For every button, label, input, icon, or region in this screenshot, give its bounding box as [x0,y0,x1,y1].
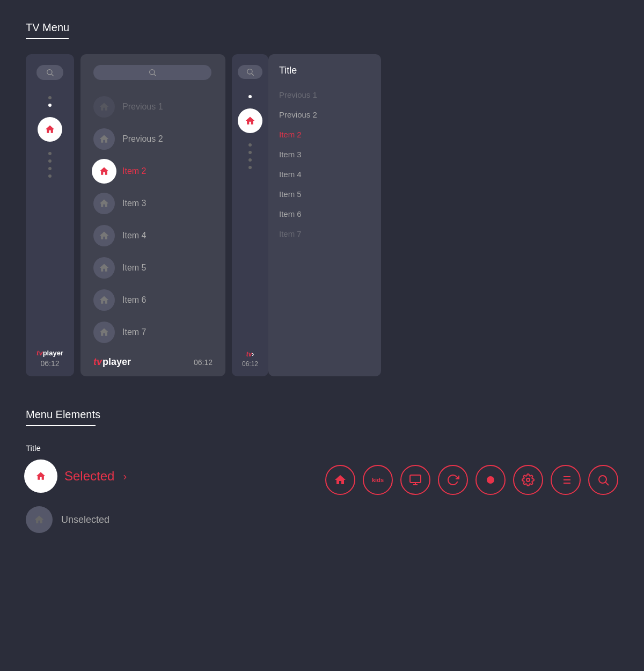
monitor-icon [409,473,422,486]
svg-line-3 [154,74,156,76]
home-icon-btn[interactable] [325,465,355,495]
panel1-dots-top [48,96,52,107]
item-icon [93,96,115,118]
dot [48,96,52,99]
panel3-search[interactable] [238,65,262,79]
home-icon [45,124,55,135]
panel1-selected-icon[interactable] [39,114,61,144]
item-icon [93,289,115,311]
panel2-prev1-label: Previous 1 [122,102,163,112]
selected-icon-circle [93,161,115,182]
unselected-item-row: Unselected [26,506,197,533]
panel2-footer: tvplayer 06:12 [80,356,225,368]
panel3-dots-bottom [248,143,252,169]
dot [248,166,252,169]
panel-1: tvplayer 06:12 [26,54,74,376]
home-icon [334,473,347,486]
record-icon-btn[interactable] [475,465,506,495]
panel2-item-6[interactable]: Item 6 [80,284,225,316]
kids-label: kids [372,477,384,483]
unselected-label: Unselected [61,514,109,526]
panel2-search[interactable] [93,65,211,80]
dot [248,151,252,154]
panel2-time: 06:12 [194,358,213,367]
panel3-dots-top [248,95,252,98]
search-icon [246,68,254,76]
panels-row: tvplayer 06:12 Previous 1 [26,54,618,376]
panel2-item-5[interactable]: Item 5 [80,252,225,284]
panel4-item-prev2[interactable]: Previous 2 [279,105,372,125]
home-icon [99,230,109,241]
panel2-item5-label: Item 5 [122,263,146,273]
panel2-item-prev2[interactable]: Previous 2 [80,123,225,155]
svg-point-0 [47,70,52,75]
svg-point-17 [599,476,606,483]
panel4-item-prev1[interactable]: Previous 1 [279,85,372,105]
panel1-dots-bottom [48,152,52,178]
list-icon-btn[interactable] [551,465,581,495]
panel2-item3-label: Item 3 [122,199,146,208]
selected-icon-circle [39,119,61,140]
panel4-item-7[interactable]: Item 7 [279,224,372,244]
home-icon [99,198,109,209]
panel2-item6-label: Item 6 [122,295,146,305]
panel2-prev2-label: Previous 2 [122,134,163,144]
panel4-item-3[interactable]: Item 3 [279,144,372,164]
panel3-selected-icon[interactable] [239,106,261,136]
panel2-item-7[interactable]: Item 7 [80,316,225,348]
dot-active [248,95,252,98]
home-icon [99,327,109,338]
search-icon [597,473,610,486]
panel3-icons [239,90,261,351]
item-icon [93,128,115,150]
home-icon [99,295,109,305]
panel1-search[interactable] [36,65,63,80]
tv-menu-title: TV Menu [26,21,618,34]
panel2-brand: tvplayer [93,356,131,368]
bottom-layout: Title Selected › Unselected [26,443,618,533]
chevron-right-icon: › [123,470,127,483]
item-icon [93,322,115,343]
panel4-item-2[interactable]: Item 2 [279,125,372,144]
dot [48,159,52,163]
panel2-item-4[interactable]: Item 4 [80,220,225,252]
tv-menu-underline [26,38,69,39]
dot [248,143,252,147]
panel2-item-prev1[interactable]: Previous 1 [80,91,225,123]
svg-rect-6 [410,475,421,483]
svg-point-9 [487,476,494,484]
record-icon [484,473,497,486]
settings-icon-btn[interactable] [513,465,543,495]
panel4-item-4[interactable]: Item 4 [279,164,372,184]
menu-elements-underline [26,425,96,426]
selected-item-icon[interactable] [26,461,56,491]
panel2-item7-label: Item 7 [122,327,146,337]
menu-elements-section: Menu Elements Title Selected › [0,398,644,555]
refresh-icon-btn[interactable] [438,465,468,495]
refresh-icon [447,473,459,486]
svg-line-5 [252,74,254,76]
panel2-item-2[interactable]: Item 2 [80,155,225,187]
selected-label: Selected [64,469,114,484]
panel4-item-6[interactable]: Item 6 [279,204,372,224]
svg-point-4 [247,69,252,74]
panel4-item-5[interactable]: Item 5 [279,184,372,204]
home-icon [99,101,109,112]
unselected-item-icon[interactable] [26,506,53,533]
panel3-time: 06:12 [242,360,258,368]
search-icon-btn[interactable] [588,465,618,495]
item-icon [93,193,115,214]
dot-active [48,104,52,107]
panel2-item-3[interactable]: Item 3 [80,187,225,220]
bottom-left: Title Selected › Unselected [26,443,197,533]
panel1-brand: tvplayer [36,349,63,357]
dot [48,152,52,155]
panel1-footer: tvplayer 06:12 [28,349,72,368]
gear-icon [522,473,535,486]
svg-line-18 [606,483,609,486]
kids-icon-btn[interactable]: kids [363,465,393,495]
item-icon [93,225,115,246]
panel4-title: Title [279,65,372,76]
monitor-icon-btn[interactable] [400,465,430,495]
panel1-time: 06:12 [40,359,59,368]
